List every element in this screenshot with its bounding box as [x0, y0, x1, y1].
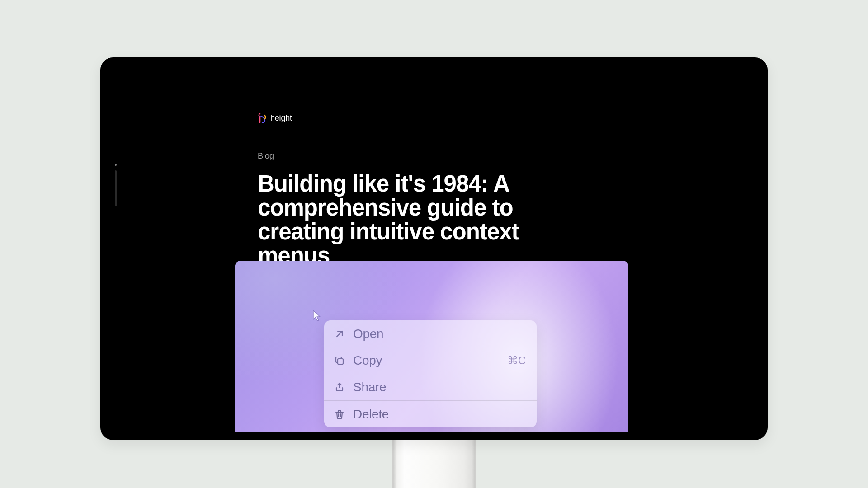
menu-item-shortcut: ⌘C	[507, 354, 526, 367]
scroll-indicator	[115, 164, 117, 223]
brand-name: height	[270, 113, 292, 123]
menu-item-label: Copy	[353, 353, 382, 368]
menu-item-delete[interactable]: Delete	[324, 401, 537, 427]
height-logo-icon	[258, 113, 267, 123]
svg-line-0	[337, 331, 342, 337]
menu-item-open[interactable]: Open	[324, 320, 537, 347]
menu-item-label: Share	[353, 380, 386, 394]
hero-image: Open Copy ⌘C	[235, 261, 628, 432]
trash-icon	[334, 409, 345, 420]
share-icon	[334, 382, 345, 393]
svg-rect-1	[338, 359, 343, 364]
menu-item-label: Open	[353, 327, 383, 341]
monitor-stand	[392, 440, 476, 488]
menu-item-label: Delete	[353, 407, 389, 422]
scroll-dot	[115, 164, 117, 166]
menu-item-copy[interactable]: Copy ⌘C	[324, 347, 537, 374]
screen: height Blog Building like it's 1984: A c…	[108, 66, 760, 432]
page-title: Building like it's 1984: A comprehensive…	[258, 172, 592, 267]
copy-icon	[334, 355, 345, 366]
cursor-icon	[312, 310, 322, 322]
menu-item-share[interactable]: Share	[324, 374, 537, 400]
scroll-thumb[interactable]	[115, 170, 117, 206]
monitor-mockup: height Blog Building like it's 1984: A c…	[100, 57, 768, 488]
brand-logo[interactable]: height	[258, 113, 651, 123]
monitor-frame: height Blog Building like it's 1984: A c…	[100, 57, 768, 440]
arrow-up-right-icon	[334, 328, 345, 339]
breadcrumb[interactable]: Blog	[258, 151, 651, 161]
context-menu: Open Copy ⌘C	[324, 320, 537, 427]
